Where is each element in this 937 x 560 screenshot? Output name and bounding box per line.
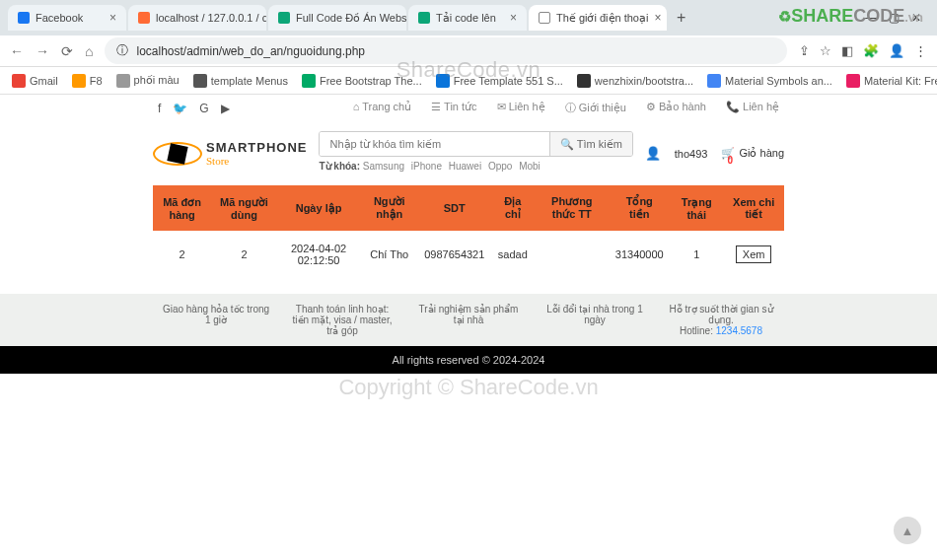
cell-user-id: 2 — [211, 231, 277, 278]
folder-icon — [116, 74, 130, 88]
cart-button[interactable]: 🛒 0 Giỏ hàng — [721, 147, 784, 160]
keyword-link[interactable]: iPhone — [411, 161, 442, 172]
logo-icon — [153, 142, 202, 166]
nav-home[interactable]: ⌂ Trang chủ — [353, 101, 412, 115]
phone-icon — [539, 12, 550, 24]
th-view: Xem chi tiết — [723, 185, 784, 231]
hotline-link[interactable]: 1234.5678 — [716, 325, 762, 336]
keywords-row: Từ khóa: Samsung iPhone Huawei Oppo Mobi — [319, 157, 632, 175]
top-nav: f 🐦 G ▶ ⌂ Trang chủ ☰ Tin tức ✉ Liên hệ … — [0, 95, 937, 121]
bookmark-item[interactable]: wenzhixin/bootstra... — [577, 74, 693, 88]
nav-news[interactable]: ☰ Tin tức — [431, 101, 476, 115]
bookmark-item[interactable]: Gmail — [12, 74, 58, 88]
close-icon[interactable]: × — [510, 11, 517, 25]
cell-receiver: Chí Tho — [360, 231, 418, 278]
bookmark-item[interactable]: Material Kit: Free Bo... — [846, 74, 937, 88]
nav-intro[interactable]: ⓘ Giới thiệu — [565, 101, 626, 115]
share-icon[interactable]: ⇪ — [799, 43, 810, 58]
cart-count: 0 — [727, 155, 733, 166]
keyword-link[interactable]: Mobi — [519, 161, 541, 172]
forward-button[interactable]: → — [36, 43, 49, 59]
username[interactable]: tho493 — [675, 148, 708, 160]
site-icon — [302, 74, 316, 88]
bookmark-item[interactable]: Material Symbols an... — [707, 74, 832, 88]
close-icon[interactable]: × — [654, 11, 661, 25]
cart-label: Giỏ hàng — [739, 147, 784, 160]
address-bar[interactable]: ⓘlocalhost/admin/web_do_an/nguoidung.php — [105, 37, 787, 64]
back-button[interactable]: ← — [10, 43, 24, 59]
bookmark-item[interactable]: phối màu — [116, 74, 180, 88]
info-col: Giao hàng hỏa tốc trong 1 giờ — [153, 304, 279, 336]
nav-lienhe[interactable]: 📞 Liên hệ — [726, 101, 779, 115]
url-bar: ← → ⟳ ⌂ ⓘlocalhost/admin/web_do_an/nguoi… — [0, 35, 937, 67]
keyword-link[interactable]: Samsung — [363, 161, 404, 172]
logo-subtext: Store — [206, 155, 307, 167]
th-user-id: Mã người dùng — [211, 185, 277, 231]
sharecode-watermark-logo: ♻SHARECODE.vn — [778, 6, 923, 27]
browser-tab[interactable]: Full Code Đồ Án Website Xem ...× — [268, 5, 406, 31]
nav-warranty[interactable]: ⚙ Bảo hành — [646, 101, 706, 115]
new-tab-button[interactable]: + — [669, 9, 693, 27]
search-button[interactable]: 🔍 Tìm kiếm — [549, 132, 632, 156]
th-date: Ngày lập — [277, 185, 361, 231]
site-icon — [418, 12, 430, 24]
site-icon — [278, 12, 290, 24]
site-icon — [436, 74, 450, 88]
site-icon — [577, 74, 591, 88]
cell-method — [535, 231, 609, 278]
profile-icon[interactable]: 👤 — [889, 43, 904, 58]
th-phone: SDT — [418, 185, 490, 231]
gmail-icon — [12, 74, 26, 88]
star-icon[interactable]: ☆ — [820, 43, 831, 58]
reload-button[interactable]: ⟳ — [61, 43, 73, 59]
cell-date: 2024-04-02 02:12:50 — [277, 231, 361, 278]
logo[interactable]: SMARTPHONE Store — [153, 140, 307, 167]
footer: All rights reserved © 2024-2024 — [0, 346, 937, 374]
home-button[interactable]: ⌂ — [85, 43, 93, 59]
cell-order-id: 2 — [153, 231, 211, 278]
table-row: 2 2 2024-04-02 02:12:50 Chí Tho 09876543… — [153, 231, 784, 278]
browser-tab[interactable]: Tải code lên× — [408, 5, 527, 31]
browser-tab[interactable]: Facebook× — [8, 5, 126, 31]
f8-icon — [72, 74, 86, 88]
browser-tab[interactable]: localhost / 127.0.0.1 / chatapp× — [128, 5, 266, 31]
bookmarks-bar: Gmail F8 phối màu template Menus Free Bo… — [0, 67, 937, 95]
bookmark-item[interactable]: Free Template 551 S... — [436, 74, 563, 88]
bookmark-item[interactable]: template Menus — [193, 74, 288, 88]
cell-address: sadad — [490, 231, 535, 278]
th-total: Tổng tiền — [609, 185, 670, 231]
menu-icon[interactable]: ⋮ — [914, 43, 927, 58]
view-button[interactable]: Xem — [736, 245, 772, 263]
th-address: Địa chỉ — [490, 185, 535, 231]
extension-icon[interactable]: ◧ — [841, 43, 853, 58]
localhost-icon — [138, 12, 150, 24]
cell-phone: 0987654321 — [418, 231, 490, 278]
info-strip: Giao hàng hỏa tốc trong 1 giờ Thanh toán… — [0, 294, 937, 346]
user-icon: 👤 — [645, 146, 661, 161]
facebook-icon[interactable]: f — [158, 102, 161, 115]
youtube-icon[interactable]: ▶ — [221, 102, 230, 115]
info-col: Trải nghiệm sản phẩm tại nhà — [405, 304, 532, 336]
google-icon[interactable]: G — [199, 102, 208, 115]
nav-contact[interactable]: ✉ Liên hệ — [497, 101, 545, 115]
info-col: Hỗ trợ suốt thời gian sử dụng.Hotline: 1… — [658, 304, 784, 336]
cell-total: 31340000 — [609, 231, 670, 278]
keyword-link[interactable]: Oppo — [488, 161, 512, 172]
cell-status: 1 — [670, 231, 723, 278]
bookmark-item[interactable]: Free Bootstrap The... — [302, 74, 422, 88]
th-status: Trạng thái — [670, 185, 723, 231]
folder-icon — [193, 74, 207, 88]
search-input[interactable] — [320, 132, 548, 156]
logo-text: SMARTPHONE — [206, 140, 307, 155]
browser-tab-active[interactable]: Thế giới điện thoại× — [529, 5, 667, 31]
info-col: Lỗi đổi tại nhà trong 1 ngày — [532, 304, 658, 336]
close-icon[interactable]: × — [109, 11, 116, 25]
extension-icon[interactable]: 🧩 — [863, 43, 879, 58]
bookmark-item[interactable]: F8 — [72, 74, 103, 88]
info-icon: ⓘ — [116, 42, 128, 59]
twitter-icon[interactable]: 🐦 — [173, 102, 187, 115]
site-icon — [707, 74, 721, 88]
site-icon — [846, 74, 860, 88]
keyword-link[interactable]: Huawei — [449, 161, 481, 172]
orders-table: Mã đơn hàng Mã người dùng Ngày lập Người… — [153, 185, 784, 278]
